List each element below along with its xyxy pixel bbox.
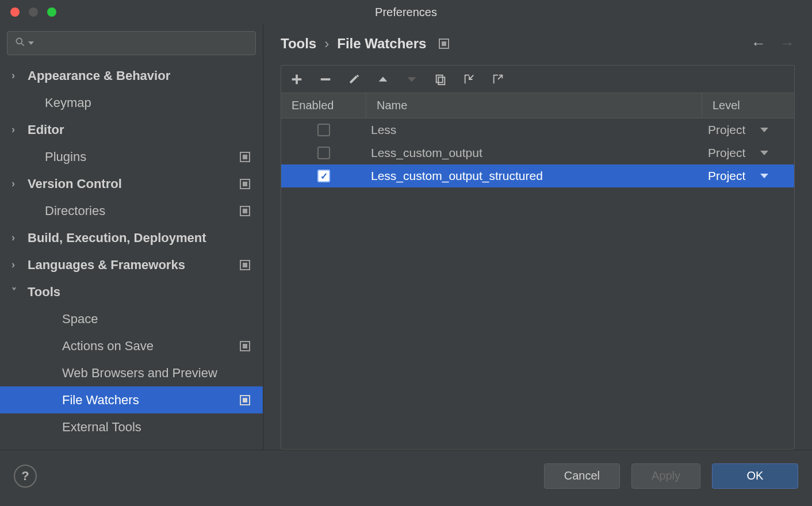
sidebar-item[interactable]: ›Version Control xyxy=(0,170,263,197)
scope-project-icon xyxy=(439,39,449,49)
move-down-button xyxy=(405,73,418,86)
watcher-name: Less_custom_output_structured xyxy=(366,169,702,183)
export-button[interactable] xyxy=(492,73,504,86)
svg-rect-5 xyxy=(436,75,443,82)
nav-forward-button: → xyxy=(780,34,795,52)
sidebar-item-label: Plugins xyxy=(45,150,240,164)
search-history-icon[interactable] xyxy=(28,41,34,45)
settings-tree: ›Appearance & BehaviorKeymap›EditorPlugi… xyxy=(0,62,263,450)
breadcrumb-current: File Watchers xyxy=(337,36,426,52)
search-input[interactable] xyxy=(7,31,256,55)
minimize-window-icon[interactable] xyxy=(29,7,38,17)
sidebar-item[interactable]: Space xyxy=(0,305,263,332)
remove-button[interactable] xyxy=(319,73,332,86)
scope-project-icon xyxy=(240,179,250,189)
sidebar-item-label: Space xyxy=(62,312,263,327)
chevron-right-icon: › xyxy=(12,259,22,271)
add-button[interactable] xyxy=(290,73,303,86)
svg-rect-6 xyxy=(438,77,445,85)
chevron-down-icon xyxy=(760,151,768,155)
copy-button[interactable] xyxy=(434,73,447,86)
enabled-checkbox[interactable] xyxy=(317,147,330,159)
sidebar-item-label: File Watchers xyxy=(62,393,240,408)
table-row[interactable]: Less_custom_outputProject xyxy=(281,141,794,164)
dialog-footer: ? Cancel Apply OK xyxy=(0,450,812,501)
sidebar-item[interactable]: Keymap xyxy=(0,89,263,116)
sidebar-item[interactable]: Actions on Save xyxy=(0,332,263,359)
scope-project-icon xyxy=(240,152,250,162)
chevron-down-icon xyxy=(760,174,768,178)
scope-project-icon xyxy=(240,341,250,351)
nav-back-button[interactable]: ← xyxy=(751,34,766,52)
breadcrumb-parent[interactable]: Tools xyxy=(281,36,316,52)
sidebar-item-label: Tools xyxy=(28,285,263,300)
sidebar-item-label: Appearance & Behavior xyxy=(28,68,263,83)
sidebar-item[interactable]: File Watchers xyxy=(0,386,263,413)
edit-button[interactable] xyxy=(348,73,361,86)
level-dropdown[interactable]: Project xyxy=(702,123,794,137)
sidebar-item-label: Keymap xyxy=(45,95,263,110)
breadcrumb-sep-icon: › xyxy=(324,36,329,52)
search-icon xyxy=(14,36,26,50)
enabled-checkbox[interactable] xyxy=(317,170,330,182)
chevron-right-icon: › xyxy=(12,124,22,136)
col-enabled-header[interactable]: Enabled xyxy=(281,93,366,118)
sidebar-item[interactable]: Web Browsers and Preview xyxy=(0,359,263,386)
table-header: Enabled Name Level xyxy=(281,93,794,118)
settings-sidebar: ›Appearance & BehaviorKeymap›EditorPlugi… xyxy=(0,24,263,450)
scope-project-icon xyxy=(240,260,250,270)
titlebar: Preferences xyxy=(0,0,812,24)
window-title: Preferences xyxy=(0,6,812,19)
file-watchers-panel: Enabled Name Level LessProjectLess_custo… xyxy=(281,65,795,450)
col-name-header[interactable]: Name xyxy=(366,93,702,118)
toolbar xyxy=(281,66,794,93)
table-row[interactable]: Less_custom_output_structuredProject xyxy=(281,164,794,187)
sidebar-item[interactable]: External Tools xyxy=(0,413,263,440)
chevron-down-icon: ˅ xyxy=(12,286,22,298)
svg-rect-3 xyxy=(292,78,302,80)
sidebar-item[interactable]: Directories xyxy=(0,197,263,224)
sidebar-item[interactable]: Plugins xyxy=(0,143,263,170)
svg-rect-4 xyxy=(321,78,331,80)
help-button[interactable]: ? xyxy=(14,465,37,488)
sidebar-item[interactable]: ›Languages & Frameworks xyxy=(0,251,263,278)
window-controls xyxy=(0,7,56,17)
sidebar-item[interactable]: ›Editor xyxy=(0,116,263,143)
import-button[interactable] xyxy=(463,73,476,86)
chevron-down-icon xyxy=(760,128,768,132)
level-dropdown[interactable]: Project xyxy=(702,169,794,183)
move-up-button[interactable] xyxy=(377,73,389,86)
chevron-right-icon: › xyxy=(12,232,22,244)
level-dropdown[interactable]: Project xyxy=(702,146,794,160)
apply-button: Apply xyxy=(631,463,700,489)
settings-main: Tools › File Watchers ← → xyxy=(263,24,812,450)
chevron-right-icon: › xyxy=(12,178,22,190)
svg-point-0 xyxy=(16,38,22,44)
sidebar-item-label: Actions on Save xyxy=(62,339,240,354)
chevron-right-icon: › xyxy=(12,70,22,82)
scope-project-icon xyxy=(240,206,250,216)
enabled-checkbox[interactable] xyxy=(317,124,330,136)
close-window-icon[interactable] xyxy=(10,7,20,17)
scope-project-icon xyxy=(240,395,250,405)
sidebar-item-label: External Tools xyxy=(62,420,263,435)
sidebar-item[interactable]: ˅Tools xyxy=(0,278,263,305)
cancel-button[interactable]: Cancel xyxy=(544,463,620,489)
sidebar-item[interactable]: ›Appearance & Behavior xyxy=(0,62,263,89)
sidebar-item-label: Web Browsers and Preview xyxy=(62,366,263,381)
col-level-header[interactable]: Level xyxy=(702,93,794,118)
sidebar-item-label: Build, Execution, Deployment xyxy=(28,231,263,246)
sidebar-item-label: Languages & Frameworks xyxy=(28,258,240,273)
sidebar-item-label: Version Control xyxy=(28,177,240,191)
table-row[interactable]: LessProject xyxy=(281,118,794,141)
sidebar-item-label: Directories xyxy=(45,204,240,218)
ok-button[interactable]: OK xyxy=(712,463,798,489)
sidebar-item[interactable]: ›Build, Execution, Deployment xyxy=(0,224,263,251)
svg-line-1 xyxy=(22,44,24,46)
sidebar-item-label: Editor xyxy=(28,122,263,137)
watcher-name: Less_custom_output xyxy=(366,146,702,160)
breadcrumb: Tools › File Watchers ← → xyxy=(281,34,795,52)
watcher-name: Less xyxy=(366,123,702,137)
zoom-window-icon[interactable] xyxy=(47,7,56,17)
table-body: LessProjectLess_custom_outputProjectLess… xyxy=(281,118,794,449)
